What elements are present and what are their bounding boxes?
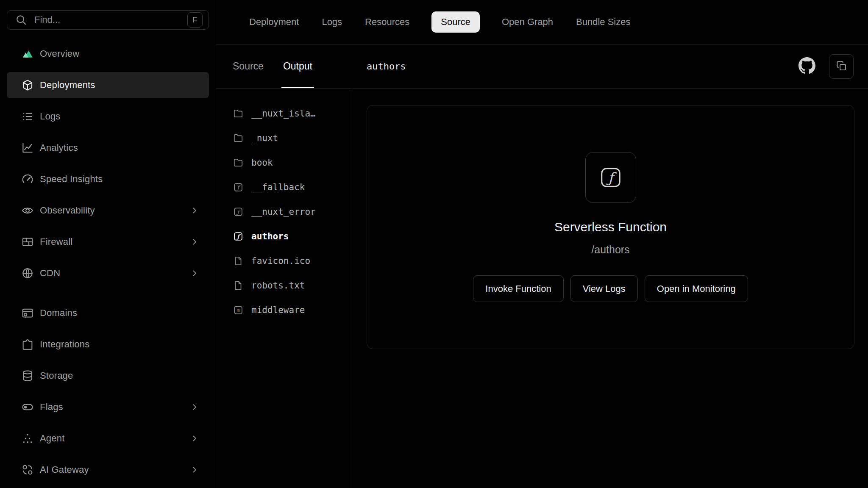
function-detail: ƒ Serverless Function /authors Invoke Fu… bbox=[352, 89, 868, 488]
gauge-icon bbox=[21, 173, 34, 186]
sidebar-item-label: Domains bbox=[40, 308, 77, 319]
globe-icon bbox=[21, 267, 34, 280]
tree-item-middleware[interactable]: m middleware bbox=[233, 298, 352, 322]
tab-deployment[interactable]: Deployment bbox=[248, 12, 300, 32]
function-type-title: Serverless Function bbox=[554, 220, 667, 234]
tab-resources[interactable]: Resources bbox=[364, 12, 410, 32]
tree-item-fallback[interactable]: ƒ __fallback bbox=[233, 175, 352, 200]
sidebar-item-logs[interactable]: Logs bbox=[7, 103, 209, 130]
open-in-monitoring-button[interactable]: Open in Monitoring bbox=[645, 275, 748, 302]
sidebar-item-speed-insights[interactable]: Speed Insights bbox=[7, 166, 209, 192]
gateway-nodes-icon bbox=[21, 463, 34, 476]
tab-source[interactable]: Source bbox=[431, 11, 480, 33]
list-icon bbox=[21, 110, 34, 123]
search-placeholder: Find... bbox=[34, 14, 60, 25]
function-icon: ƒ bbox=[233, 182, 244, 193]
sidebar-item-firewall[interactable]: Firewall bbox=[7, 229, 209, 255]
copy-icon bbox=[836, 60, 847, 73]
sidebar-item-label: Agent bbox=[40, 433, 65, 444]
tree-item-authors[interactable]: ƒ authors bbox=[233, 224, 352, 249]
copy-button[interactable] bbox=[829, 54, 854, 79]
tab-logs[interactable]: Logs bbox=[321, 12, 343, 32]
folder-icon bbox=[233, 108, 244, 119]
sidebar-item-observability[interactable]: Observability bbox=[7, 197, 209, 224]
sidebar-item-label: Integrations bbox=[40, 339, 89, 350]
chevron-right-icon bbox=[189, 402, 200, 412]
eye-icon bbox=[21, 204, 34, 217]
sidebar-item-label: Firewall bbox=[40, 236, 72, 247]
sidebar-item-label: Analytics bbox=[40, 142, 78, 153]
sidebar-item-flags[interactable]: Flags bbox=[7, 394, 209, 420]
svg-text:m: m bbox=[236, 307, 239, 313]
function-icon: ƒ bbox=[233, 206, 244, 217]
svg-text:ƒ: ƒ bbox=[236, 233, 241, 240]
serverless-function-icon: ƒ bbox=[585, 152, 636, 203]
dots-triangle-icon bbox=[21, 432, 34, 445]
puzzle-icon bbox=[21, 338, 34, 351]
function-route: /authors bbox=[591, 244, 629, 256]
sidebar-item-ai-gateway[interactable]: AI Gateway bbox=[7, 457, 209, 483]
view-logs-button[interactable]: View Logs bbox=[570, 275, 638, 302]
tab-bundle-sizes[interactable]: Bundle Sizes bbox=[575, 12, 631, 32]
sidebar-item-label: Logs bbox=[40, 111, 61, 122]
tab-source-files[interactable]: Source bbox=[233, 44, 264, 88]
database-icon bbox=[21, 369, 34, 382]
main-panel: Deployment Logs Resources Source Open Gr… bbox=[216, 0, 868, 488]
sidebar-item-cdn[interactable]: CDN bbox=[7, 260, 209, 286]
search-icon bbox=[15, 14, 28, 26]
tree-item-name: __fallback bbox=[251, 182, 305, 192]
sidebar-item-deployments[interactable]: Deployments bbox=[7, 72, 209, 98]
sidebar-item-overview[interactable]: Overview bbox=[7, 41, 209, 67]
folder-icon bbox=[233, 157, 244, 168]
tree-item-nuxt-error[interactable]: ƒ __nuxt_error bbox=[233, 200, 352, 224]
sidebar-item-label: Storage bbox=[40, 370, 73, 381]
chevron-right-icon bbox=[189, 237, 200, 247]
tree-item-name: robots.txt bbox=[251, 280, 305, 291]
github-icon bbox=[798, 57, 815, 75]
sidebar-item-label: Deployments bbox=[40, 80, 95, 91]
invoke-function-button[interactable]: Invoke Function bbox=[473, 275, 563, 302]
folder-icon bbox=[233, 133, 244, 144]
svg-text:ƒ: ƒ bbox=[236, 184, 241, 191]
sidebar-item-storage[interactable]: Storage bbox=[7, 363, 209, 389]
sidebar-item-label: Observability bbox=[40, 205, 95, 216]
sidebar-item-label: Speed Insights bbox=[40, 174, 103, 185]
sidebar-item-integrations[interactable]: Integrations bbox=[7, 331, 209, 358]
search-shortcut-badge: F bbox=[187, 12, 203, 28]
deployment-source-page: Find... F Overview Deployments Log bbox=[0, 0, 868, 488]
cube-icon bbox=[21, 79, 34, 92]
tree-item-name: __nuxt_isla… bbox=[251, 108, 316, 119]
toggle-icon bbox=[21, 401, 34, 413]
tree-item-nuxt[interactable]: _nuxt bbox=[233, 126, 352, 150]
tab-open-graph[interactable]: Open Graph bbox=[501, 12, 554, 32]
sidebar-item-label: Overview bbox=[40, 48, 79, 59]
sidebar-item-analytics[interactable]: Analytics bbox=[7, 135, 209, 161]
tab-output-files[interactable]: Output bbox=[283, 44, 312, 88]
sidebar-item-agent[interactable]: Agent bbox=[7, 425, 209, 452]
tree-item-name: __nuxt_error bbox=[251, 207, 316, 217]
sidebar-item-domains[interactable]: Domains bbox=[7, 300, 209, 326]
source-panel-header: Source Output authors bbox=[216, 44, 868, 89]
sidebar-item-label: AI Gateway bbox=[40, 464, 89, 475]
sidebar-item-label: CDN bbox=[40, 268, 60, 279]
chevron-right-icon bbox=[189, 465, 200, 475]
output-file-tree: __nuxt_isla… _nuxt book ƒ __fallback ƒ _… bbox=[216, 89, 352, 488]
sidebar-nav: Overview Deployments Logs Analytics bbox=[0, 41, 216, 488]
tree-item-name: _nuxt bbox=[251, 133, 278, 143]
tree-item-name: favicon.ico bbox=[251, 256, 310, 266]
tree-item-nuxt-island[interactable]: __nuxt_isla… bbox=[233, 101, 352, 126]
tree-item-name: middleware bbox=[251, 305, 305, 315]
github-button[interactable] bbox=[794, 54, 820, 79]
chevron-right-icon bbox=[189, 205, 200, 216]
tree-item-favicon[interactable]: favicon.ico bbox=[233, 249, 352, 273]
tree-item-name: book bbox=[251, 158, 273, 168]
function-actions: Invoke Function View Logs Open in Monito… bbox=[473, 275, 748, 302]
tree-item-book[interactable]: book bbox=[233, 150, 352, 175]
source-output-tabs: Source Output bbox=[216, 44, 352, 88]
source-content: __nuxt_isla… _nuxt book ƒ __fallback ƒ _… bbox=[216, 89, 868, 488]
tree-item-robots[interactable]: robots.txt bbox=[233, 273, 352, 298]
sidebar: Find... F Overview Deployments Log bbox=[0, 0, 216, 488]
middleware-icon: m bbox=[233, 305, 244, 316]
search-input[interactable]: Find... F bbox=[7, 10, 209, 30]
file-icon bbox=[233, 255, 244, 266]
